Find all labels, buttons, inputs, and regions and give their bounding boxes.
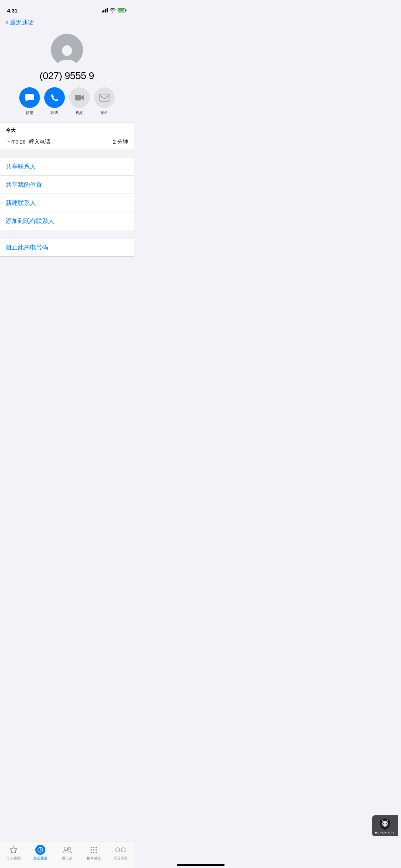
call-button[interactable]	[44, 87, 65, 108]
svg-rect-5	[100, 94, 109, 101]
block-section: 阻止此来电号码	[0, 239, 134, 256]
call-type: 呼入电话	[29, 139, 50, 145]
menu-section: 共享联系人 共享我的位置 新建联系人 添加到现有联系人	[0, 158, 134, 230]
back-button[interactable]: ‹ 最近通话	[6, 19, 34, 27]
status-icons	[102, 8, 127, 12]
call-duration: 2 分钟	[113, 139, 128, 145]
mail-icon	[99, 94, 109, 102]
video-label: 视频	[76, 110, 83, 115]
svg-rect-2	[118, 9, 124, 12]
contact-phone-number: (027) 9555 9	[40, 70, 94, 82]
status-bar: 4:31	[0, 0, 134, 16]
call-row-left: 下午3:26 呼入电话	[6, 139, 50, 145]
status-time: 4:31	[7, 7, 17, 14]
action-buttons-row: 信息 呼叫 视频	[7, 87, 127, 115]
back-chevron-icon: ‹	[6, 19, 8, 26]
video-button-wrap: 视频	[69, 87, 90, 115]
call-history-section: 今天 下午3:26 呼入电话 2 分钟	[0, 123, 134, 149]
message-button[interactable]	[19, 87, 40, 108]
call-history-row: 下午3:26 呼入电话 2 分钟	[0, 135, 134, 149]
share-contact-item[interactable]: 共享联系人	[0, 158, 134, 176]
svg-rect-1	[126, 10, 127, 11]
new-contact-item[interactable]: 新建联系人	[0, 194, 134, 212]
svg-rect-4	[75, 95, 81, 100]
call-button-wrap: 呼叫	[44, 87, 65, 115]
share-location-item[interactable]: 共享我的位置	[0, 176, 134, 194]
message-label: 信息	[26, 110, 34, 115]
call-label: 呼叫	[51, 110, 58, 115]
nav-bar: ‹ 最近通话	[0, 16, 134, 28]
call-time: 下午3:26	[6, 139, 25, 145]
signal-icon	[102, 8, 108, 12]
svg-point-3	[62, 45, 72, 56]
battery-icon	[118, 8, 127, 12]
add-to-existing-item[interactable]: 添加到现有联系人	[0, 212, 134, 230]
message-icon	[25, 93, 35, 103]
call-history-header: 今天	[0, 123, 134, 135]
divider-2	[0, 149, 134, 149]
mail-label: 邮件	[101, 110, 108, 115]
phone-icon	[50, 93, 59, 102]
block-number-item[interactable]: 阻止此来电号码	[0, 239, 134, 256]
video-button[interactable]	[69, 87, 90, 108]
back-label: 最近通话	[10, 19, 34, 27]
message-button-wrap: 信息	[19, 87, 40, 115]
contact-header: (027) 9555 9 信息 呼叫	[0, 28, 134, 123]
wifi-icon	[110, 8, 115, 12]
mail-button[interactable]	[94, 87, 115, 108]
bottom-spacer	[0, 257, 134, 292]
avatar-silhouette-icon	[56, 43, 78, 66]
mail-button-wrap: 邮件	[94, 87, 115, 115]
avatar	[51, 34, 83, 66]
video-icon	[74, 94, 84, 102]
divider-3	[0, 230, 134, 230]
